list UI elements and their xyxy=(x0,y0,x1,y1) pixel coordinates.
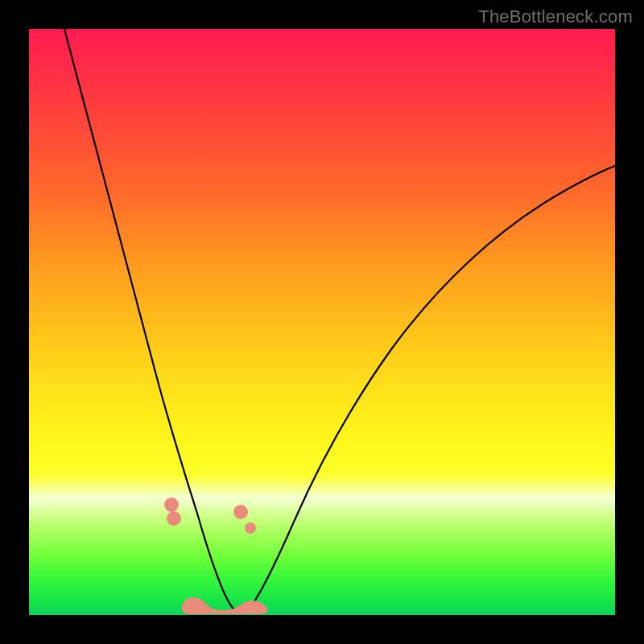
plot-area xyxy=(29,29,615,615)
bottleneck-curve xyxy=(64,29,615,613)
outer-black-frame: TheBottleneck.com xyxy=(0,0,644,644)
watermark-text: TheBottleneck.com xyxy=(478,6,633,27)
curve-marker-right-2 xyxy=(245,522,256,534)
curve-marker-left-1 xyxy=(164,497,179,512)
curve-marker-right-1 xyxy=(233,505,248,519)
chart-svg xyxy=(29,29,615,615)
curve-marker-left-2 xyxy=(167,511,181,526)
